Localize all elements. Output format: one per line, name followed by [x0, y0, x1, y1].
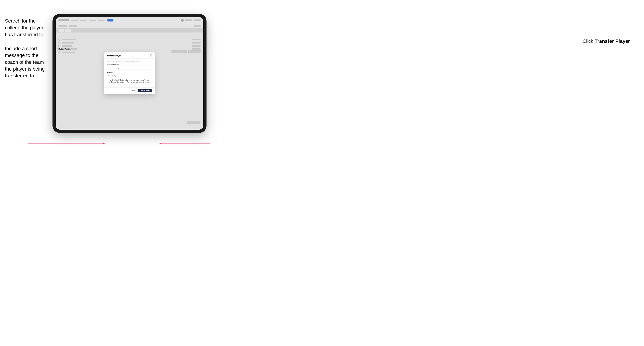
modal-title: Transfer Player [107, 55, 121, 57]
svg-marker-1 [103, 142, 105, 144]
modal-subtitle: Transfer the player and their profile to… [107, 60, 152, 62]
modal-body: Transfer the player and their profile to… [104, 58, 155, 88]
message-label: Message [107, 71, 152, 73]
close-icon: × [150, 54, 152, 57]
left-annotation: Search for the college the player has tr… [5, 17, 50, 79]
message-textarea[interactable]: Hi Coach, I understand Chris Robertson h… [107, 74, 152, 84]
cancel-button[interactable]: Cancel [129, 89, 136, 92]
annotation-right-prefix: Click [582, 38, 594, 44]
annotation-left-line2: Include a short message to the coach of … [5, 46, 44, 79]
modal-overlay: Transfer Player × Transfer the player an… [56, 17, 203, 130]
transfer-player-modal: Transfer Player × Transfer the player an… [104, 52, 155, 95]
modal-header: Transfer Player × [104, 52, 155, 58]
transfer-player-button[interactable]: Transfer Player [138, 89, 152, 92]
ipad-screen: Update Roster [56, 17, 203, 130]
modal-footer: Cancel Transfer Player [104, 87, 155, 94]
annotation-left-line1: Search for the college the player has tr… [5, 18, 43, 37]
ipad-frame: Update Roster [52, 14, 206, 133]
annotation-right-bold: Transfer Player [595, 38, 630, 44]
search-college-label: Search for College [107, 64, 152, 65]
modal-close-button[interactable]: × [150, 54, 152, 57]
svg-marker-4 [159, 142, 161, 144]
right-annotation: Click Transfer Player [582, 38, 630, 44]
search-college-input[interactable] [107, 66, 152, 70]
